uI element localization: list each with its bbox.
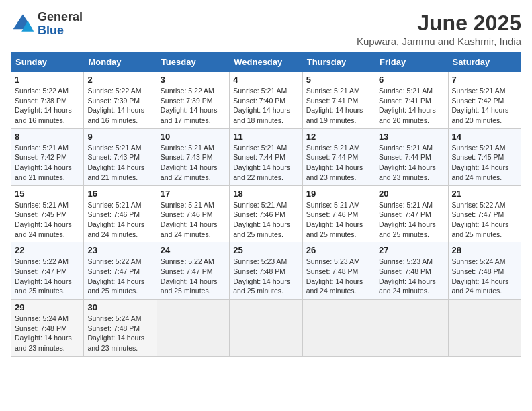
calendar-day-cell: 29Sunrise: 5:24 AMSunset: 7:48 PMDayligh… xyxy=(11,300,84,357)
logo-icon xyxy=(11,12,35,36)
day-info: Sunrise: 5:21 AMSunset: 7:45 PMDaylight:… xyxy=(452,143,517,183)
calendar-week-row: 29Sunrise: 5:24 AMSunset: 7:48 PMDayligh… xyxy=(11,300,521,357)
day-info: Sunrise: 5:21 AMSunset: 7:44 PMDaylight:… xyxy=(233,143,298,183)
calendar-day-cell: 19Sunrise: 5:21 AMSunset: 7:46 PMDayligh… xyxy=(302,185,375,242)
day-info: Sunrise: 5:24 AMSunset: 7:48 PMDaylight:… xyxy=(87,314,152,353)
day-info: Sunrise: 5:21 AMSunset: 7:44 PMDaylight:… xyxy=(379,143,444,183)
day-number: 23 xyxy=(87,245,152,255)
day-number: 27 xyxy=(379,245,444,255)
weekday-header: Wednesday xyxy=(230,53,302,72)
day-number: 20 xyxy=(379,189,444,199)
day-number: 22 xyxy=(15,245,80,255)
calendar-day-cell: 22Sunrise: 5:22 AMSunset: 7:47 PMDayligh… xyxy=(11,242,84,300)
day-info: Sunrise: 5:21 AMSunset: 7:45 PMDaylight:… xyxy=(15,200,80,240)
calendar-day-cell: 28Sunrise: 5:24 AMSunset: 7:48 PMDayligh… xyxy=(448,242,521,300)
calendar-day-cell xyxy=(375,300,448,357)
day-info: Sunrise: 5:21 AMSunset: 7:41 PMDaylight:… xyxy=(379,86,444,126)
title-block: June 2025 Kupwara, Jammu and Kashmir, In… xyxy=(357,11,521,47)
day-info: Sunrise: 5:21 AMSunset: 7:46 PMDaylight:… xyxy=(87,200,152,240)
calendar-day-cell: 6Sunrise: 5:21 AMSunset: 7:41 PMDaylight… xyxy=(375,72,448,129)
day-number: 26 xyxy=(306,245,371,255)
day-info: Sunrise: 5:22 AMSunset: 7:39 PMDaylight:… xyxy=(87,86,152,126)
day-info: Sunrise: 5:22 AMSunset: 7:47 PMDaylight:… xyxy=(452,200,517,240)
calendar-day-cell: 12Sunrise: 5:21 AMSunset: 7:44 PMDayligh… xyxy=(302,128,375,185)
day-info: Sunrise: 5:21 AMSunset: 7:43 PMDaylight:… xyxy=(161,143,226,183)
day-number: 14 xyxy=(452,132,517,142)
day-info: Sunrise: 5:21 AMSunset: 7:40 PMDaylight:… xyxy=(233,86,298,126)
day-number: 3 xyxy=(161,75,226,85)
day-number: 28 xyxy=(452,245,517,255)
day-info: Sunrise: 5:24 AMSunset: 7:48 PMDaylight:… xyxy=(452,257,517,296)
weekday-header-row: SundayMondayTuesdayWednesdayThursdayFrid… xyxy=(11,53,521,72)
day-number: 30 xyxy=(87,302,152,312)
weekday-header: Monday xyxy=(84,53,157,72)
calendar-table: SundayMondayTuesdayWednesdayThursdayFrid… xyxy=(11,52,521,357)
calendar-day-cell: 21Sunrise: 5:22 AMSunset: 7:47 PMDayligh… xyxy=(448,185,521,242)
day-info: Sunrise: 5:21 AMSunset: 7:46 PMDaylight:… xyxy=(306,200,371,240)
calendar-day-cell: 3Sunrise: 5:22 AMSunset: 7:39 PMDaylight… xyxy=(157,72,229,129)
calendar-title: June 2025 xyxy=(357,11,521,36)
day-number: 1 xyxy=(15,75,80,85)
calendar-day-cell: 7Sunrise: 5:21 AMSunset: 7:42 PMDaylight… xyxy=(448,72,521,129)
day-number: 17 xyxy=(161,189,226,199)
calendar-day-cell: 16Sunrise: 5:21 AMSunset: 7:46 PMDayligh… xyxy=(84,185,157,242)
day-info: Sunrise: 5:21 AMSunset: 7:46 PMDaylight:… xyxy=(161,200,226,240)
calendar-day-cell: 1Sunrise: 5:22 AMSunset: 7:38 PMDaylight… xyxy=(11,72,84,129)
day-info: Sunrise: 5:21 AMSunset: 7:43 PMDaylight:… xyxy=(87,143,152,183)
calendar-day-cell: 14Sunrise: 5:21 AMSunset: 7:45 PMDayligh… xyxy=(448,128,521,185)
calendar-day-cell: 13Sunrise: 5:21 AMSunset: 7:44 PMDayligh… xyxy=(375,128,448,185)
day-info: Sunrise: 5:22 AMSunset: 7:38 PMDaylight:… xyxy=(15,86,80,126)
logo-text: General Blue xyxy=(38,11,83,38)
day-info: Sunrise: 5:22 AMSunset: 7:39 PMDaylight:… xyxy=(161,86,226,126)
calendar-day-cell: 18Sunrise: 5:21 AMSunset: 7:46 PMDayligh… xyxy=(230,185,302,242)
calendar-day-cell: 5Sunrise: 5:21 AMSunset: 7:41 PMDaylight… xyxy=(302,72,375,129)
calendar-day-cell: 8Sunrise: 5:21 AMSunset: 7:42 PMDaylight… xyxy=(11,128,84,185)
calendar-day-cell: 23Sunrise: 5:22 AMSunset: 7:47 PMDayligh… xyxy=(84,242,157,300)
calendar-day-cell: 30Sunrise: 5:24 AMSunset: 7:48 PMDayligh… xyxy=(84,300,157,357)
day-info: Sunrise: 5:21 AMSunset: 7:42 PMDaylight:… xyxy=(452,86,517,126)
weekday-header: Thursday xyxy=(302,53,375,72)
day-info: Sunrise: 5:22 AMSunset: 7:47 PMDaylight:… xyxy=(161,257,226,296)
calendar-day-cell: 25Sunrise: 5:23 AMSunset: 7:48 PMDayligh… xyxy=(230,242,302,300)
calendar-day-cell xyxy=(302,300,375,357)
weekday-header: Sunday xyxy=(11,53,84,72)
calendar-day-cell xyxy=(448,300,521,357)
day-info: Sunrise: 5:22 AMSunset: 7:47 PMDaylight:… xyxy=(87,257,152,296)
calendar-week-row: 1Sunrise: 5:22 AMSunset: 7:38 PMDaylight… xyxy=(11,72,521,129)
day-number: 10 xyxy=(161,132,226,142)
calendar-day-cell: 17Sunrise: 5:21 AMSunset: 7:46 PMDayligh… xyxy=(157,185,229,242)
logo-general: General xyxy=(38,11,83,24)
day-info: Sunrise: 5:23 AMSunset: 7:48 PMDaylight:… xyxy=(379,257,444,296)
day-number: 5 xyxy=(306,75,371,85)
calendar-day-cell: 24Sunrise: 5:22 AMSunset: 7:47 PMDayligh… xyxy=(157,242,229,300)
day-number: 13 xyxy=(379,132,444,142)
calendar-day-cell xyxy=(157,300,229,357)
weekday-header: Tuesday xyxy=(157,53,229,72)
day-number: 19 xyxy=(306,189,371,199)
day-info: Sunrise: 5:21 AMSunset: 7:42 PMDaylight:… xyxy=(15,143,80,183)
day-info: Sunrise: 5:21 AMSunset: 7:46 PMDaylight:… xyxy=(233,200,298,240)
day-number: 2 xyxy=(87,75,152,85)
calendar-day-cell: 10Sunrise: 5:21 AMSunset: 7:43 PMDayligh… xyxy=(157,128,229,185)
calendar-week-row: 22Sunrise: 5:22 AMSunset: 7:47 PMDayligh… xyxy=(11,242,521,300)
day-info: Sunrise: 5:24 AMSunset: 7:48 PMDaylight:… xyxy=(15,314,80,353)
day-number: 15 xyxy=(15,189,80,199)
day-number: 21 xyxy=(452,189,517,199)
day-number: 4 xyxy=(233,75,298,85)
logo: General Blue xyxy=(11,11,83,38)
day-info: Sunrise: 5:22 AMSunset: 7:47 PMDaylight:… xyxy=(15,257,80,296)
logo-blue: Blue xyxy=(38,24,83,38)
calendar-day-cell: 9Sunrise: 5:21 AMSunset: 7:43 PMDaylight… xyxy=(84,128,157,185)
weekday-header: Friday xyxy=(375,53,448,72)
calendar-week-row: 15Sunrise: 5:21 AMSunset: 7:45 PMDayligh… xyxy=(11,185,521,242)
calendar-day-cell: 26Sunrise: 5:23 AMSunset: 7:48 PMDayligh… xyxy=(302,242,375,300)
weekday-header: Saturday xyxy=(448,53,521,72)
calendar-day-cell: 4Sunrise: 5:21 AMSunset: 7:40 PMDaylight… xyxy=(230,72,302,129)
day-info: Sunrise: 5:21 AMSunset: 7:47 PMDaylight:… xyxy=(379,200,444,240)
day-info: Sunrise: 5:23 AMSunset: 7:48 PMDaylight:… xyxy=(233,257,298,296)
day-number: 24 xyxy=(161,245,226,255)
calendar-subtitle: Kupwara, Jammu and Kashmir, India xyxy=(357,36,521,47)
day-info: Sunrise: 5:23 AMSunset: 7:48 PMDaylight:… xyxy=(306,257,371,296)
calendar-day-cell: 2Sunrise: 5:22 AMSunset: 7:39 PMDaylight… xyxy=(84,72,157,129)
day-number: 29 xyxy=(15,302,80,312)
